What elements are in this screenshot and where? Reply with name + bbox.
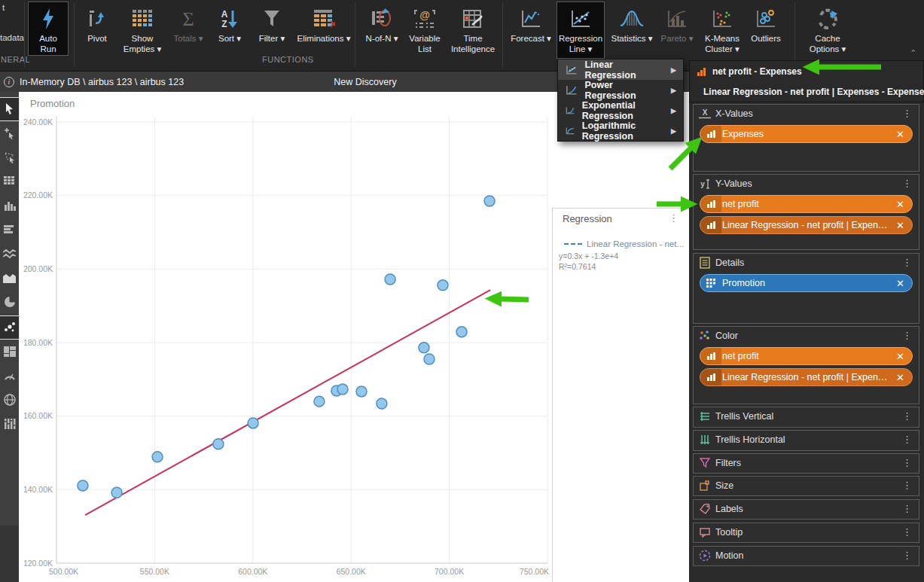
scatter-point[interactable]	[484, 196, 495, 206]
menu-item-power-regression[interactable]: Power Regression ▶	[558, 80, 683, 100]
totals-button[interactable]: Σ Totals ▾	[170, 4, 206, 53]
kebab-menu-icon[interactable]: ⋮	[901, 436, 913, 443]
y-tick-label: 120.00K	[23, 559, 53, 568]
close-icon[interactable]: ✕	[892, 372, 912, 383]
pareto-button[interactable]: Pareto ▾	[657, 4, 697, 53]
size-drop-zone[interactable]: Size ⋮	[693, 476, 919, 496]
time-intelligence-button[interactable]: Time Intelligence	[447, 4, 499, 54]
scatter-point[interactable]	[111, 487, 122, 498]
sidebar-chart-line[interactable]	[0, 242, 19, 265]
scatter-point[interactable]	[377, 398, 387, 409]
sidebar-chart-column[interactable]	[0, 194, 19, 217]
filters-drop-zone[interactable]: Filters ⋮	[693, 453, 919, 474]
kebab-menu-icon[interactable]: ⋮	[901, 459, 913, 467]
auto-run-button[interactable]: Auto Run	[29, 2, 68, 55]
scatter-point[interactable]	[152, 452, 163, 462]
x-values-drop-zone[interactable]: X X-Values ⋮ Expenses ✕	[693, 104, 919, 172]
scatter-point[interactable]	[337, 384, 348, 395]
k-means-cluster-button[interactable]: K-Means Cluster ▾	[700, 4, 744, 54]
statistics-button[interactable]: Statistics ▾	[610, 4, 654, 53]
menu-item-linear-regression[interactable]: Linear Regression ▶	[558, 59, 683, 80]
variable-list-button[interactable]: @ Variable List	[405, 4, 444, 54]
flyout-item-linear-regression-expenses[interactable]: Linear Regression - net profit | Expense…	[690, 81, 923, 102]
outliers-button[interactable]: Outliers	[747, 4, 785, 53]
scatter-point[interactable]	[456, 327, 467, 337]
close-icon[interactable]: ✕	[892, 278, 912, 289]
sidebar-chart-grid[interactable]	[0, 170, 19, 193]
menu-item-logarithmic-regression[interactable]: Logarithmic Regression ▶	[558, 120, 683, 141]
scatter-point[interactable]	[424, 354, 435, 364]
n-of-n-button[interactable]: N-of-N ▾	[360, 4, 404, 53]
color-dots-icon	[699, 330, 715, 342]
scatter-point[interactable]	[213, 439, 224, 449]
scatter-point[interactable]	[438, 280, 448, 291]
sidebar-chart-area[interactable]	[0, 267, 19, 289]
regression-line[interactable]	[85, 290, 490, 515]
info-icon[interactable]: i	[4, 77, 14, 87]
trellis-horizontal-drop-zone[interactable]: Trellis Horizontal ⋮	[693, 430, 919, 451]
chip-linear-regression-color[interactable]: Linear Regression - net profit | Expense…	[700, 368, 913, 386]
scatter-point[interactable]	[78, 480, 88, 491]
sidebar-chart-scatter[interactable]	[0, 316, 19, 339]
regression-line-button[interactable]: Regression Line ▾	[557, 2, 604, 58]
scatter-point[interactable]	[248, 418, 258, 428]
sidebar-tool-multi-select[interactable]	[0, 122, 19, 145]
kebab-menu-icon[interactable]: ⋮	[901, 180, 913, 187]
motion-drop-zone[interactable]: Motion ⋮	[693, 546, 919, 566]
group-separator	[74, 2, 75, 67]
chip-net-profit-color[interactable]: net profit ✕	[700, 347, 913, 365]
scatter-point[interactable]	[419, 343, 429, 353]
chip-expenses[interactable]: Expenses ✕	[700, 125, 913, 143]
sidebar-chart-bar[interactable]	[0, 218, 19, 241]
sidebar-chart-parallel[interactable]	[0, 413, 19, 435]
sidebar-chart-map[interactable]	[0, 389, 19, 411]
kebab-menu-icon[interactable]: ⋮	[901, 505, 913, 513]
trellis-vertical-drop-zone[interactable]: Trellis Vertical ⋮	[693, 407, 919, 428]
close-icon[interactable]: ✕	[892, 220, 912, 231]
kebab-menu-icon[interactable]: ⋮	[901, 529, 913, 536]
chip-promotion[interactable]: Promotion ✕	[700, 274, 913, 292]
sidebar-tool-lasso-select[interactable]	[0, 146, 19, 169]
close-icon[interactable]: ✕	[892, 199, 912, 210]
menu-item-exponential-regression[interactable]: Exponential Regression ▶	[558, 100, 683, 120]
flyout-item-net-profit-expenses[interactable]: net profit - Expenses	[690, 61, 923, 81]
sort-button[interactable]: AZ Sort ▾	[212, 4, 247, 53]
breadcrumb[interactable]: In-Memory DB \ airbus 123 \ airbus 123	[20, 77, 184, 87]
tooltip-drop-zone[interactable]: Tooltip ⋮	[693, 523, 919, 543]
cropped-metadata-label: tadata	[0, 33, 24, 42]
kebab-menu-icon[interactable]: ⋮	[901, 259, 913, 267]
filter-button[interactable]: Filter ▾	[255, 4, 289, 53]
eliminations-button[interactable]: ✕ Eliminations ▾	[295, 4, 352, 53]
pivot-button[interactable]: Pivot	[80, 4, 114, 53]
sidebar-tool-pointer[interactable]	[0, 98, 19, 120]
close-icon[interactable]: ✕	[892, 129, 912, 140]
close-icon[interactable]: ✕	[892, 351, 912, 362]
labels-drop-zone[interactable]: Labels ⋮	[693, 499, 919, 520]
kebab-menu-icon[interactable]: ⋮	[669, 212, 679, 224]
forecast-button[interactable]: Forecast ▾	[509, 4, 553, 53]
lightning-bolt-icon	[41, 5, 56, 33]
details-drop-zone[interactable]: Details ⋮ Promotion ✕	[693, 253, 919, 324]
legend-item[interactable]: Linear Regression - net...	[564, 239, 684, 248]
ribbon-collapse-chevron[interactable]: ⌃	[910, 48, 916, 58]
chip-net-profit[interactable]: net profit ✕	[700, 195, 913, 213]
sidebar-chart-pie[interactable]	[0, 291, 19, 313]
cache-options-button[interactable]: Cache Options ▾	[804, 4, 851, 54]
scatter-point[interactable]	[314, 396, 325, 407]
kebab-menu-icon[interactable]: ⋮	[901, 332, 913, 340]
app-window: { "colors": { "accent_orange": "#e87a1e"…	[0, 0, 924, 582]
show-empties-button[interactable]: Show Empties ▾	[119, 4, 166, 54]
y-values-drop-zone[interactable]: y Y-Values ⋮ net profit ✕ Linear Regress…	[693, 174, 919, 250]
scatter-point[interactable]	[385, 274, 395, 285]
kebab-menu-icon[interactable]: ⋮	[901, 482, 913, 489]
cache-refresh-icon	[815, 5, 840, 33]
trellis-vertical-icon	[699, 411, 715, 422]
color-drop-zone[interactable]: Color ⋮ net profit ✕ Linear Regression -…	[693, 326, 919, 404]
kebab-menu-icon[interactable]: ⋮	[901, 413, 913, 420]
kebab-menu-icon[interactable]: ⋮	[901, 110, 913, 117]
kebab-menu-icon[interactable]: ⋮	[901, 552, 913, 559]
scatter-point[interactable]	[356, 386, 367, 397]
sidebar-chart-treemap[interactable]	[0, 340, 19, 363]
sidebar-chart-gauge[interactable]	[0, 364, 19, 387]
chip-linear-regression[interactable]: Linear Regression - net profit | Expense…	[700, 216, 913, 234]
